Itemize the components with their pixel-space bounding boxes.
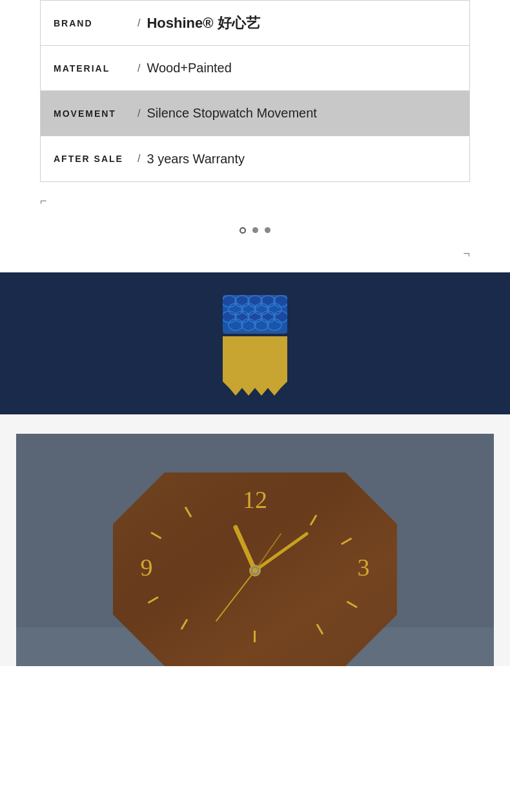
spec-value-movement: Silence Stopwatch Movement bbox=[147, 106, 456, 121]
clock-image: 12 3 9 bbox=[16, 434, 494, 666]
spec-row-movement: MOVEMENT/Silence Stopwatch Movement bbox=[41, 91, 469, 136]
svg-marker-41 bbox=[223, 381, 287, 396]
spec-value-brand: Hoshine® 好心艺 bbox=[147, 14, 456, 33]
spec-label-brand: BRAND bbox=[54, 18, 138, 28]
specs-table: BRAND/Hoshine® 好心艺MATERIAL/Wood+PaintedM… bbox=[40, 0, 470, 182]
svg-text:3: 3 bbox=[358, 554, 370, 581]
ornament-top-waves bbox=[223, 295, 287, 334]
spec-divider-brand: / bbox=[138, 17, 140, 29]
carousel-dot-1[interactable] bbox=[252, 227, 258, 233]
carousel-section: ⌐ ¬ bbox=[0, 182, 510, 272]
corner-bottom-right-bracket: ¬ bbox=[463, 248, 470, 259]
svg-text:9: 9 bbox=[141, 554, 153, 581]
svg-rect-54 bbox=[254, 631, 256, 642]
ornament-section bbox=[0, 272, 510, 414]
spec-divider-after-sale: / bbox=[138, 153, 140, 165]
carousel-dot-2[interactable] bbox=[265, 227, 270, 233]
carousel-dots[interactable] bbox=[240, 227, 270, 234]
svg-text:12: 12 bbox=[243, 486, 267, 513]
spec-label-after-sale: AFTER SALE bbox=[54, 154, 138, 164]
spec-row-material: MATERIAL/Wood+Painted bbox=[41, 46, 469, 91]
spec-divider-movement: / bbox=[138, 108, 140, 119]
corner-top-left-bracket: ⌐ bbox=[40, 195, 47, 207]
spec-label-material: MATERIAL bbox=[54, 63, 138, 74]
spec-row-after-sale: AFTER SALE/3 years Warranty bbox=[41, 136, 469, 181]
svg-point-64 bbox=[252, 568, 258, 573]
carousel-dot-0[interactable] bbox=[240, 227, 246, 234]
clock-photo-section: 12 3 9 bbox=[0, 414, 510, 666]
spec-divider-material: / bbox=[138, 63, 140, 74]
ornament-bottom-scallop bbox=[223, 381, 287, 396]
clock-ornament bbox=[223, 295, 287, 392]
spec-value-after-sale: 3 years Warranty bbox=[147, 152, 456, 167]
spec-row-brand: BRAND/Hoshine® 好心艺 bbox=[41, 1, 469, 46]
spec-label-movement: MOVEMENT bbox=[54, 108, 138, 119]
ornament-body bbox=[223, 336, 287, 381]
spec-value-material: Wood+Painted bbox=[147, 61, 456, 76]
